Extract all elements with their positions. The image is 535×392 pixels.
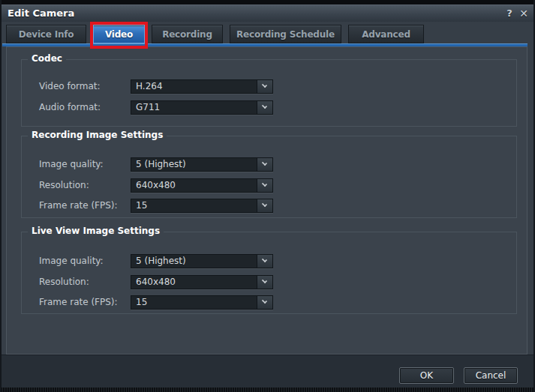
tab-recording-schedule[interactable]: Recording Schedule (230, 25, 341, 43)
live-frame-rate-row: Frame rate (FPS): 15 (39, 295, 459, 310)
tab-video[interactable]: Video (93, 25, 145, 43)
live-resolution-dropdown[interactable]: 640x480 (131, 275, 273, 289)
rec-image-quality-dropdown[interactable]: 5 (Highest) (131, 157, 273, 172)
live-image-quality-label: Image quality: (39, 254, 131, 268)
dialog-titlebar: Edit Camera ? ✕ (0, 4, 535, 22)
rec-image-quality-dropdown-button[interactable] (257, 158, 272, 171)
audio-format-row: Audio format: G711 (39, 100, 459, 115)
video-format-row: Video format: H.264 (39, 79, 459, 94)
audio-format-label: Audio format: (39, 100, 131, 115)
close-icon[interactable]: ✕ (518, 5, 530, 22)
live-image-quality-dropdown[interactable]: 5 (Highest) (131, 254, 273, 268)
rec-image-quality-row: Image quality: 5 (Highest) (39, 157, 459, 172)
live-image-quality-value: 5 (Highest) (136, 255, 186, 268)
chevron-down-icon (262, 257, 267, 262)
help-icon[interactable]: ? (504, 5, 515, 22)
live-frame-rate-dropdown[interactable]: 15 (131, 295, 273, 310)
tab-advanced[interactable]: Advanced (348, 25, 424, 43)
edit-camera-dialog: Edit Camera ? ✕ Device Info Video Record… (0, 0, 535, 392)
background-strip-bottom (0, 388, 535, 392)
dialog-left-border (0, 0, 2, 392)
chevron-down-icon (262, 181, 267, 187)
rec-resolution-value: 640x480 (136, 179, 176, 192)
rec-frame-rate-label: Frame rate (FPS): (39, 199, 131, 213)
dialog-footer: OK Cancel (0, 355, 535, 388)
tab-recording[interactable]: Recording (152, 25, 223, 43)
tab-bar: Device Info Video Recording Recording Sc… (6, 25, 431, 43)
chevron-down-icon (262, 160, 267, 166)
chevron-down-icon (262, 298, 267, 304)
tab-content-panel: Codec Video format: H.264 Audio format: … (6, 46, 527, 355)
recording-image-settings-title: Recording Image Settings (28, 130, 167, 140)
audio-format-dropdown[interactable]: G711 (131, 100, 273, 115)
rec-image-quality-value: 5 (Highest) (136, 158, 186, 171)
live-resolution-value: 640x480 (136, 276, 176, 289)
chevron-down-icon (262, 103, 267, 109)
video-format-label: Video format: (39, 79, 131, 94)
rec-frame-rate-dropdown-button[interactable] (257, 199, 272, 212)
rec-frame-rate-dropdown[interactable]: 15 (131, 199, 273, 213)
cancel-button[interactable]: Cancel (464, 367, 518, 384)
codec-section: Codec Video format: H.264 Audio format: … (21, 59, 517, 127)
live-resolution-label: Resolution: (39, 275, 131, 289)
live-resolution-dropdown-button[interactable] (257, 276, 272, 289)
rec-resolution-dropdown[interactable]: 640x480 (131, 178, 273, 193)
rec-frame-rate-row: Frame rate (FPS): 15 (39, 199, 459, 213)
recording-image-settings-section: Recording Image Settings Image quality: … (21, 136, 517, 218)
rec-image-quality-label: Image quality: (39, 157, 131, 172)
chevron-down-icon (262, 82, 267, 88)
live-view-image-settings-title: Live View Image Settings (28, 226, 164, 236)
live-frame-rate-dropdown-button[interactable] (257, 296, 272, 309)
rec-resolution-row: Resolution: 640x480 (39, 178, 459, 193)
dialog-title: Edit Camera (8, 5, 74, 22)
live-frame-rate-value: 15 (136, 296, 147, 309)
audio-format-value: G711 (136, 101, 160, 114)
rec-resolution-dropdown-button[interactable] (257, 179, 272, 192)
rec-resolution-label: Resolution: (39, 178, 131, 193)
chevron-down-icon (262, 278, 267, 283)
live-resolution-row: Resolution: 640x480 (39, 275, 459, 289)
codec-section-title: Codec (28, 53, 66, 64)
live-image-quality-row: Image quality: 5 (Highest) (39, 254, 459, 268)
video-format-dropdown[interactable]: H.264 (131, 79, 273, 94)
live-frame-rate-label: Frame rate (FPS): (39, 295, 131, 310)
background-strip-top (0, 0, 535, 4)
live-image-quality-dropdown-button[interactable] (257, 255, 272, 268)
rec-frame-rate-value: 15 (136, 199, 147, 212)
live-view-image-settings-section: Live View Image Settings Image quality: … (21, 232, 517, 314)
chevron-down-icon (262, 202, 267, 207)
tab-device-info[interactable]: Device Info (6, 25, 86, 43)
video-format-dropdown-button[interactable] (257, 80, 272, 93)
audio-format-dropdown-button[interactable] (257, 101, 272, 114)
ok-button[interactable]: OK (399, 367, 454, 384)
video-format-value: H.264 (136, 80, 163, 93)
